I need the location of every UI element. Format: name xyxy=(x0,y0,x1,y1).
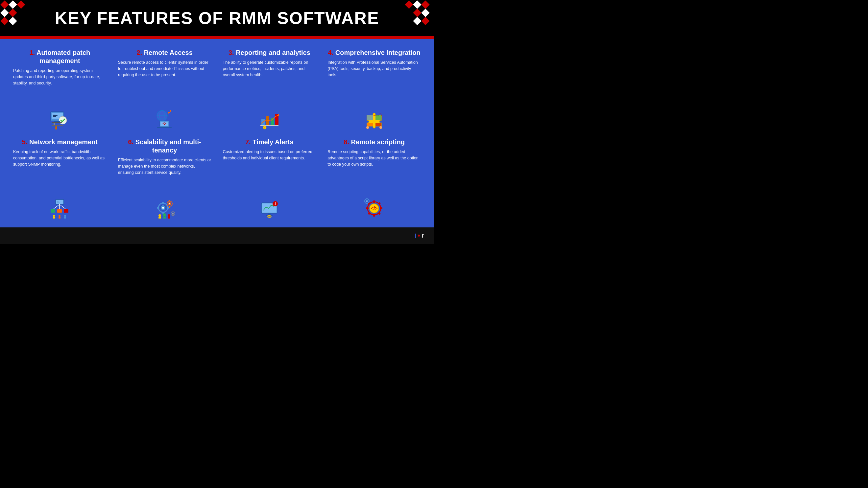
svg-rect-4 xyxy=(8,8,17,17)
svg-rect-97 xyxy=(380,207,382,209)
svg-rect-3 xyxy=(0,8,8,17)
svg-point-79 xyxy=(168,214,170,217)
svg-rect-7 xyxy=(405,0,413,8)
feature-1-title: 1. Automated patch management xyxy=(13,48,106,65)
svg-rect-22 xyxy=(54,123,55,125)
svg-point-61 xyxy=(64,215,66,217)
feature-8-number: 8. xyxy=(344,138,349,145)
svg-rect-13 xyxy=(413,17,421,25)
red-divider xyxy=(0,36,434,39)
feature-8-icon: </> xyxy=(328,198,421,219)
feature-7-icon xyxy=(223,198,316,219)
svg-point-65 xyxy=(162,207,164,209)
feature-7: 7. Timely Alerts Customized alerting to … xyxy=(220,136,319,221)
svg-rect-107 xyxy=(366,198,367,199)
logo-text: r xyxy=(422,232,424,239)
svg-rect-55 xyxy=(57,209,62,213)
svg-rect-91 xyxy=(268,217,271,218)
svg-rect-11 xyxy=(413,8,421,17)
svg-rect-96 xyxy=(366,207,369,209)
feature-5-title: 5. Network management xyxy=(13,138,106,146)
feature-1-desc: Patching and reporting on operating syst… xyxy=(13,68,106,86)
feature-5: 5. Network management Keeping track of n… xyxy=(10,136,110,221)
svg-point-19 xyxy=(59,116,67,124)
feature-6-number: 6. xyxy=(128,138,133,145)
feature-8-desc: Remote scripting capabilities, or the ad… xyxy=(328,149,421,167)
svg-rect-23 xyxy=(52,125,63,126)
feature-8-title: 8. Remote scripting xyxy=(328,138,421,146)
svg-point-77 xyxy=(163,213,166,217)
svg-rect-95 xyxy=(373,214,375,217)
feature-3-icon: $ xyxy=(223,108,316,130)
feature-5-icon xyxy=(13,198,106,219)
svg-rect-2 xyxy=(17,0,25,8)
feature-7-desc: Customized alerting to issues based on p… xyxy=(223,149,316,161)
feature-2-icon xyxy=(118,108,211,130)
feature-2-title: 2. Remote Access xyxy=(118,48,211,57)
svg-point-88 xyxy=(275,204,276,205)
feature-4-title: 4. Comprehensive Integration xyxy=(328,48,421,57)
feature-4-number: 4. xyxy=(328,49,334,56)
feature-6-icon xyxy=(118,198,211,219)
svg-rect-66 xyxy=(162,202,164,204)
corner-decoration-left xyxy=(0,0,30,30)
feature-6: 6. Scalability and multi-tenancy Efficie… xyxy=(115,136,215,221)
feature-5-number: 5. xyxy=(22,138,28,145)
svg-rect-62 xyxy=(64,217,66,219)
feature-4-icon xyxy=(328,108,421,130)
page-title: KEY FEATURES OF RMM SOFTWARE xyxy=(55,8,379,28)
feature-3-number: 3. xyxy=(228,49,234,56)
feature-2: 2. Remote Access Secure remote access to… xyxy=(115,47,215,131)
svg-point-36 xyxy=(164,124,165,125)
svg-rect-9 xyxy=(421,0,429,8)
svg-rect-6 xyxy=(8,17,17,25)
feature-5-desc: Keeping track of network traffic, bandwi… xyxy=(13,149,106,167)
svg-rect-76 xyxy=(158,217,161,219)
feature-3: 3. Reporting and analytics The ability t… xyxy=(220,47,319,131)
svg-rect-67 xyxy=(162,212,164,214)
svg-rect-1 xyxy=(8,0,17,8)
svg-point-59 xyxy=(59,215,61,217)
svg-rect-74 xyxy=(169,207,170,208)
feature-7-number: 7. xyxy=(245,138,251,145)
svg-rect-108 xyxy=(366,203,367,204)
svg-rect-56 xyxy=(64,209,68,213)
svg-rect-35 xyxy=(157,127,172,128)
svg-rect-92 xyxy=(269,218,270,218)
svg-rect-8 xyxy=(413,0,421,8)
svg-point-31 xyxy=(157,110,167,121)
feature-4: 4. Comprehensive Integration Integration… xyxy=(324,47,424,131)
svg-rect-89 xyxy=(268,213,271,215)
feature-1-number: 1. xyxy=(29,49,35,56)
svg-rect-17 xyxy=(53,115,58,116)
svg-rect-21 xyxy=(52,122,62,123)
svg-point-72 xyxy=(169,203,170,204)
svg-text:</>: </> xyxy=(371,206,377,211)
svg-point-57 xyxy=(53,215,55,217)
svg-rect-10 xyxy=(421,8,429,17)
svg-rect-60 xyxy=(59,217,61,219)
feature-4-desc: Integration with Professional Services A… xyxy=(328,60,421,78)
svg-rect-80 xyxy=(168,217,170,219)
svg-rect-78 xyxy=(163,217,166,219)
svg-rect-87 xyxy=(275,202,276,204)
feature-3-title: 3. Reporting and analytics xyxy=(223,48,316,57)
feature-8: 8. Remote scripting Remote scripting cap… xyxy=(324,136,424,221)
svg-rect-69 xyxy=(167,207,169,209)
footer: i • r xyxy=(0,227,434,244)
feature-7-title: 7. Timely Alerts xyxy=(223,138,316,146)
svg-rect-50 xyxy=(57,202,60,202)
svg-rect-68 xyxy=(157,207,159,209)
svg-point-75 xyxy=(158,214,161,217)
feature-2-desc: Secure remote access to clients' systems… xyxy=(118,60,211,78)
svg-rect-49 xyxy=(57,201,59,201)
svg-rect-54 xyxy=(51,209,55,213)
svg-point-106 xyxy=(366,201,367,202)
svg-rect-94 xyxy=(373,200,375,203)
logo-dot: • xyxy=(417,231,420,240)
features-grid: 1. Automated patch management Patching a… xyxy=(0,39,434,227)
svg-rect-0 xyxy=(0,0,8,8)
svg-rect-58 xyxy=(53,217,55,219)
feature-2-number: 2. xyxy=(136,49,142,56)
header: KEY FEATURES OF RMM SOFTWARE xyxy=(0,0,434,36)
